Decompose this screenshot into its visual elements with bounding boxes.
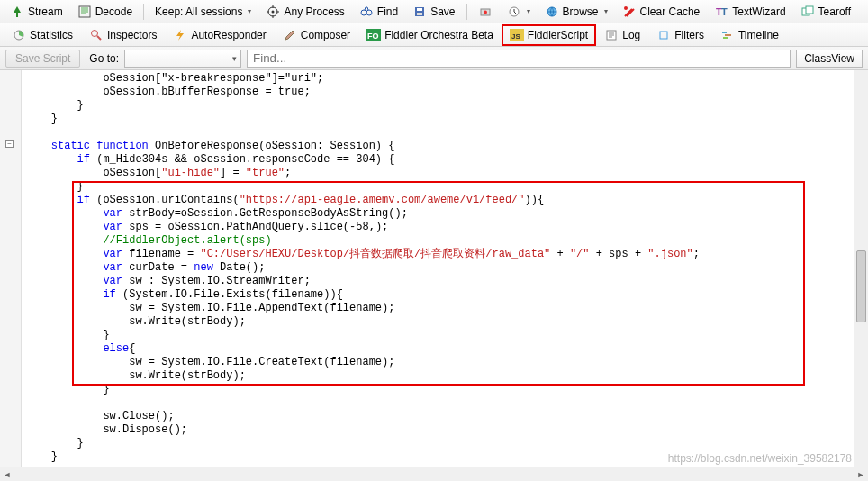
- tab-label: Timeline: [738, 29, 779, 41]
- tab-timeline[interactable]: Timeline: [712, 24, 787, 46]
- any-process-button[interactable]: Any Process: [259, 2, 350, 22]
- classview-button[interactable]: ClassView: [796, 50, 863, 68]
- target-icon: [266, 5, 280, 19]
- decode-icon: [77, 5, 92, 19]
- svg-rect-8: [417, 13, 422, 15]
- goto-label: Go to:: [89, 52, 119, 65]
- tab-label: FiddlerScript: [528, 29, 588, 41]
- browse-label: Browse: [563, 5, 599, 18]
- tab-label: Composer: [301, 29, 350, 41]
- browser-icon: [545, 5, 559, 19]
- tearoff-label: Tearoff: [818, 5, 851, 18]
- tab-label: Filters: [674, 29, 704, 41]
- tab-fiddler-orchestra[interactable]: FO Fiddler Orchestra Beta: [358, 24, 502, 46]
- stream-icon: [10, 5, 24, 19]
- lightning-icon: [173, 28, 187, 42]
- script-icon: JS: [510, 28, 524, 42]
- textwizard-label: TextWizard: [732, 5, 785, 18]
- main-toolbar: Stream Decode Keep: All sessions Any Pro…: [0, 0, 868, 23]
- stream-label: Stream: [28, 5, 63, 18]
- separator: [466, 4, 467, 20]
- decode-label: Decode: [95, 5, 132, 18]
- tab-composer[interactable]: Composer: [275, 24, 358, 46]
- tab-label: AutoResponder: [191, 29, 266, 41]
- vertical-scrollbar[interactable]: [854, 70, 868, 467]
- scroll-left-arrow[interactable]: ◄: [0, 467, 14, 482]
- code-area[interactable]: oSession["x-breakresponse"]="uri"; oSess…: [22, 70, 854, 467]
- scroll-right-arrow[interactable]: ►: [854, 467, 868, 482]
- pencil-icon: [283, 28, 297, 42]
- script-subbar: Save Script Go to: ClassView: [0, 47, 868, 70]
- code-content: oSession["x-breakresponse"]="uri"; oSess…: [22, 70, 854, 467]
- svg-point-19: [92, 30, 98, 36]
- find-input[interactable]: [247, 50, 791, 68]
- svg-point-10: [484, 10, 487, 14]
- tab-label: Statistics: [30, 29, 73, 41]
- save-label: Save: [430, 5, 455, 18]
- clock-button[interactable]: [501, 2, 537, 22]
- svg-point-5: [366, 10, 372, 15]
- separator: [143, 4, 144, 20]
- tearoff-button[interactable]: Tearoff: [794, 2, 857, 22]
- svg-rect-27: [725, 34, 731, 36]
- svg-rect-26: [722, 32, 727, 33]
- svg-text:JS: JS: [511, 32, 520, 41]
- keep-label: Keep: All sessions: [155, 5, 242, 18]
- goto-dropdown[interactable]: [124, 50, 241, 68]
- camera-button[interactable]: [472, 2, 499, 22]
- svg-rect-17: [806, 6, 813, 14]
- magnifier-icon: [89, 28, 104, 42]
- textwizard-icon: TT: [714, 5, 728, 19]
- keep-sessions-dropdown[interactable]: Keep: All sessions: [149, 3, 258, 21]
- clear-cache-button[interactable]: Clear Cache: [616, 2, 707, 22]
- svg-point-13: [624, 6, 628, 10]
- browse-button[interactable]: Browse: [538, 2, 614, 22]
- clear-cache-label: Clear Cache: [640, 5, 701, 18]
- clear-icon: [622, 5, 637, 19]
- tab-label: Log: [622, 29, 640, 41]
- gutter: −: [0, 70, 22, 467]
- tab-log[interactable]: Log: [596, 24, 648, 46]
- fo-icon: FO: [366, 28, 381, 42]
- clock-icon: [507, 5, 521, 19]
- editor: − oSession["x-breakresponse"]="uri"; oSe…: [0, 70, 868, 467]
- svg-rect-0: [16, 13, 18, 17]
- fold-marker[interactable]: −: [5, 140, 14, 148]
- find-label: Find: [377, 5, 398, 18]
- tab-label: Fiddler Orchestra Beta: [384, 29, 493, 41]
- any-process-label: Any Process: [284, 5, 344, 18]
- tab-inspectors[interactable]: Inspectors: [81, 24, 165, 46]
- save-icon: [412, 5, 427, 19]
- tab-filters[interactable]: Filters: [648, 24, 712, 46]
- log-icon: [604, 28, 619, 42]
- tab-fiddlerscript[interactable]: JS FiddlerScript: [502, 24, 596, 46]
- stats-icon: [12, 28, 26, 42]
- svg-rect-7: [417, 8, 422, 11]
- save-button[interactable]: Save: [406, 2, 461, 22]
- tab-row: Statistics Inspectors AutoResponder Comp…: [0, 23, 868, 47]
- tab-autoresponder[interactable]: AutoResponder: [165, 24, 274, 46]
- binoculars-icon: [359, 5, 374, 19]
- svg-text:FO: FO: [367, 32, 379, 41]
- decode-button[interactable]: Decode: [71, 2, 139, 22]
- find-button[interactable]: Find: [353, 2, 404, 22]
- camera-icon: [478, 5, 493, 19]
- tab-label: Inspectors: [107, 29, 157, 41]
- svg-text:T: T: [721, 6, 728, 17]
- horizontal-scrollbar[interactable]: ◄ ►: [0, 467, 868, 481]
- svg-rect-28: [723, 37, 728, 39]
- svg-point-3: [272, 10, 275, 13]
- svg-rect-25: [660, 32, 667, 39]
- timeline-icon: [720, 28, 735, 42]
- filter-icon: [656, 28, 671, 42]
- textwizard-button[interactable]: TT TextWizard: [708, 2, 791, 22]
- stream-button[interactable]: Stream: [4, 2, 69, 22]
- tearoff-icon: [800, 5, 815, 19]
- tab-statistics[interactable]: Statistics: [4, 24, 81, 46]
- save-script-button[interactable]: Save Script: [5, 50, 80, 68]
- scroll-thumb[interactable]: [856, 250, 866, 322]
- svg-point-4: [361, 10, 366, 15]
